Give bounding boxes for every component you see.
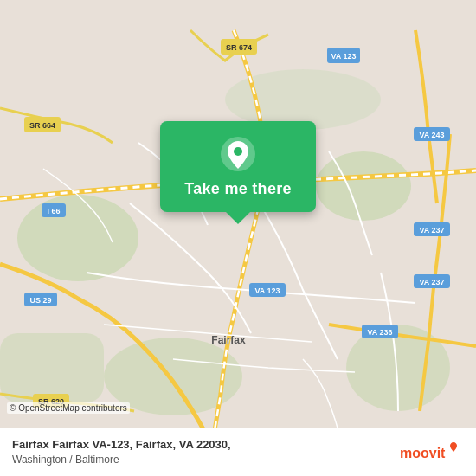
svg-text:moovit: moovit	[400, 446, 446, 460]
location-text: Fairfax Fairfax VA-123, Fairfax, VA 2203…	[12, 437, 231, 467]
location-info: Fairfax Fairfax VA-123, Fairfax, VA 2203…	[12, 437, 231, 467]
svg-text:VA 236: VA 236	[367, 328, 392, 337]
location-popup[interactable]: Take me there	[160, 121, 316, 212]
svg-text:VA 123: VA 123	[331, 52, 356, 61]
svg-text:VA 123: VA 123	[254, 286, 280, 295]
svg-text:VA 243: VA 243	[419, 131, 444, 139]
svg-text:Fairfax: Fairfax	[211, 334, 246, 346]
moovit-logo-icon: moovit	[400, 441, 460, 465]
svg-text:VA 237: VA 237	[419, 226, 444, 235]
take-me-there-button[interactable]: Take me there	[184, 180, 292, 198]
svg-point-2	[316, 151, 411, 221]
location-region: Washington / Baltimore	[12, 453, 231, 467]
svg-text:SR 674: SR 674	[226, 43, 252, 52]
svg-rect-5	[0, 333, 104, 402]
location-name: Fairfax Fairfax VA-123, Fairfax, VA 2203…	[12, 437, 231, 453]
map-container: SR 674 VA 123 SR 664 I 66 I 66 VA 243 VA…	[0, 0, 476, 476]
location-card: Fairfax Fairfax VA-123, Fairfax, VA 2203…	[0, 428, 476, 476]
location-pin-icon	[221, 137, 255, 171]
svg-text:SR 664: SR 664	[29, 121, 55, 130]
svg-point-33	[234, 147, 242, 156]
svg-point-1	[17, 195, 138, 281]
svg-text:US 29: US 29	[29, 296, 51, 305]
svg-text:VA 237: VA 237	[419, 278, 444, 286]
moovit-logo: moovit	[400, 441, 460, 465]
osm-attribution: © OpenStreetMap contributors	[7, 402, 130, 414]
svg-text:I 66: I 66	[47, 207, 60, 215]
